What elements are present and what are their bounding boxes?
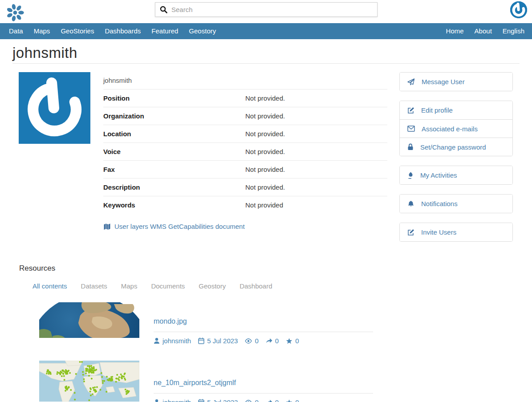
share-icon (266, 399, 272, 402)
tab-documents[interactable]: Documents (151, 282, 185, 290)
profile-field-keywords: Keywords Not provided (103, 196, 387, 214)
nav-item-about[interactable]: About (469, 23, 497, 39)
nav-item-maps[interactable]: Maps (28, 23, 56, 39)
nav-item-language[interactable]: English (497, 23, 530, 39)
profile-field-position: Position Not provided. (103, 89, 387, 107)
resources-heading: Resources (19, 264, 520, 273)
set-change-password-button[interactable]: Set/Change password (400, 138, 512, 156)
edit-icon (407, 107, 414, 114)
geonode-logo-icon[interactable] (4, 1, 26, 22)
profile-field-voice: Voice Not provided. (103, 143, 387, 161)
tab-maps[interactable]: Maps (121, 282, 138, 290)
resource-shares: 0 (266, 337, 279, 345)
message-user-button[interactable]: Message User (400, 73, 512, 91)
calendar-icon (198, 337, 204, 344)
envelope-icon (407, 126, 415, 132)
main-navbar: Data Maps GeoStories Dashboards Featured… (0, 23, 532, 39)
nav-item-featured[interactable]: Featured (146, 23, 183, 39)
share-icon (266, 338, 272, 344)
tab-geostory[interactable]: Geostory (199, 282, 226, 290)
edit-profile-button[interactable]: Edit profile (400, 101, 512, 119)
profile-details: johnsmith Position Not provided. Organiz… (103, 72, 387, 230)
resource-thumbnail-globe[interactable] (39, 302, 139, 338)
resource-title[interactable]: ne_10m_airports2_otjgmlf (154, 379, 373, 387)
power-glyph-icon (510, 1, 527, 18)
resource-thumbnail-airports-map[interactable] (39, 361, 139, 402)
nav-item-geostories[interactable]: GeoStories (55, 23, 99, 39)
search-input[interactable] (171, 6, 373, 13)
tab-dashboard[interactable]: Dashboard (240, 282, 272, 290)
star-icon (286, 338, 292, 344)
message-user-card: Message User (399, 72, 513, 91)
search-icon (160, 6, 167, 13)
resource-meta: johnsmith 5 Jul 2023 (154, 332, 373, 345)
nav-item-home[interactable]: Home (441, 23, 469, 39)
resource-title[interactable]: mondo.jpg (154, 317, 373, 325)
navbar-right: Home About English (441, 23, 532, 39)
profile-avatar (19, 72, 90, 144)
bell-icon (407, 200, 414, 207)
my-activities-card: My Activities (399, 166, 513, 185)
associated-emails-button[interactable]: Associated e-mails (400, 119, 512, 138)
resource-content: mondo.jpg johnsmith (154, 302, 373, 345)
eye-icon (245, 338, 252, 344)
nav-item-data[interactable]: Data (4, 23, 28, 39)
eye-icon (245, 400, 252, 402)
resource-owner[interactable]: johnsmith (154, 398, 191, 402)
page-title: johnsmith (12, 45, 520, 61)
power-glyph-icon (19, 72, 90, 144)
account-actions-card: Edit profile Associated e-mails Set/Chan… (399, 101, 513, 156)
profile-actions-sidebar: Message User Edit profile Associa (399, 72, 513, 251)
navbar-left: Data Maps GeoStories Dashboards Featured… (0, 23, 221, 39)
resource-item-mondo: mondo.jpg johnsmith (12, 302, 520, 345)
edit-icon (407, 229, 414, 236)
nav-item-dashboards[interactable]: Dashboards (99, 23, 146, 39)
resource-views: 0 (245, 337, 258, 345)
resource-favorites[interactable]: 0 (286, 398, 299, 402)
resource-item-airports: ne_10m_airports2_otjgmlf johnsmith (12, 361, 520, 402)
invite-users-button[interactable]: Invite Users (400, 223, 512, 241)
user-avatar-button[interactable] (510, 1, 527, 18)
resource-date: 5 Jul 2023 (198, 337, 238, 345)
title-divider (12, 63, 520, 64)
profile-section: johnsmith Position Not provided. Organiz… (12, 72, 520, 251)
star-icon (286, 399, 292, 402)
calendar-icon (198, 399, 204, 402)
map-icon (103, 223, 111, 230)
profile-username: johnsmith (103, 72, 387, 89)
profile-field-description: Description Not provided. (103, 179, 387, 196)
nav-item-geostory[interactable]: Geostory (183, 23, 221, 39)
tab-all-contents[interactable]: All contents (32, 282, 67, 290)
resource-date: 5 Jul 2023 (198, 398, 238, 402)
user-icon (154, 337, 160, 344)
paper-plane-icon (407, 78, 415, 85)
profile-field-organization: Organization Not provided. (103, 107, 387, 125)
resource-owner[interactable]: johnsmith (154, 337, 191, 345)
top-header (0, 0, 532, 23)
my-activities-button[interactable]: My Activities (400, 166, 512, 184)
search-box (155, 2, 378, 17)
resource-favorites[interactable]: 0 (286, 337, 299, 345)
notifications-card: Notifications (399, 194, 513, 213)
resource-meta: johnsmith 5 Jul 2023 (154, 394, 373, 402)
tab-datasets[interactable]: Datasets (81, 282, 107, 290)
resources-section: Resources All contents Datasets Maps Doc… (12, 264, 520, 402)
resources-tabs: All contents Datasets Maps Documents Geo… (32, 282, 520, 290)
wms-getcapabilities-link[interactable]: User layers WMS GetCapabilities document (103, 223, 387, 230)
profile-field-fax: Fax Not provided. (103, 161, 387, 179)
marker-icon (407, 172, 414, 179)
invite-users-card: Invite Users (399, 223, 513, 242)
resource-content: ne_10m_airports2_otjgmlf johnsmith (154, 361, 373, 402)
resource-shares: 0 (266, 398, 279, 402)
notifications-button[interactable]: Notifications (400, 195, 512, 213)
user-icon (154, 399, 160, 402)
lock-icon (407, 143, 414, 150)
profile-field-location: Location Not provided. (103, 125, 387, 143)
resource-views: 0 (245, 398, 258, 402)
